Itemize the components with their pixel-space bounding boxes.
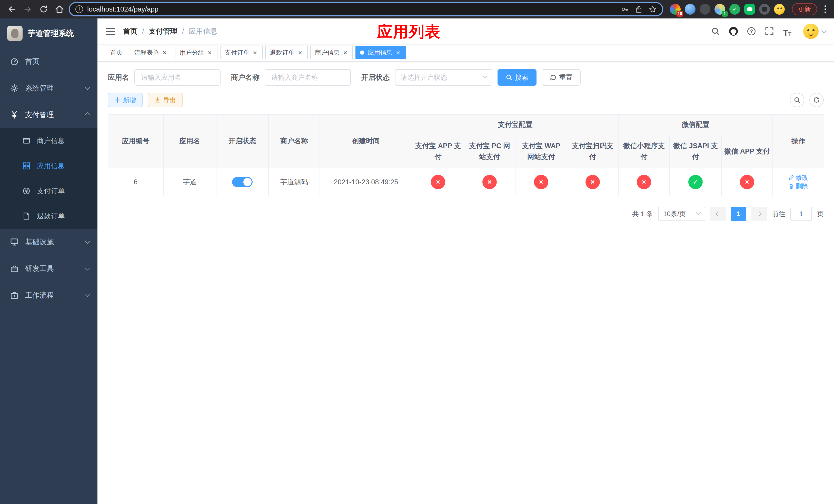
pay-config-cell: × xyxy=(412,168,464,196)
extension-icon[interactable]: 10 xyxy=(670,4,681,15)
prev-page-button[interactable] xyxy=(710,207,726,221)
tab-merchant-info[interactable]: 商户信息 xyxy=(310,46,353,59)
export-button[interactable]: 导出 xyxy=(148,93,182,107)
close-icon[interactable] xyxy=(161,49,168,55)
col-wechat-jsapi: 微信 JSAPI 支付 xyxy=(670,135,721,168)
close-icon[interactable] xyxy=(207,49,213,55)
help-icon[interactable] xyxy=(746,26,756,37)
sidebar-item-devtools[interactable]: 研发工具 xyxy=(0,255,97,282)
reload-icon[interactable] xyxy=(37,3,50,16)
chevron-left-icon xyxy=(716,211,721,216)
tab-user-group[interactable]: 用户分组 xyxy=(175,46,218,59)
app-name-input[interactable] xyxy=(134,69,221,86)
cell-status xyxy=(216,168,268,196)
sidebar-item-label: 支付订单 xyxy=(37,186,65,196)
pay-config-cell: × xyxy=(567,168,618,196)
edit-button[interactable]: 修改 xyxy=(788,173,808,182)
pay-config-status-icon: ✓ xyxy=(688,175,703,189)
font-size-icon[interactable] xyxy=(782,26,792,37)
extensions-area: 10 1 xyxy=(670,4,785,15)
tab-process-form[interactable]: 流程表单 xyxy=(130,46,172,59)
sidebar-item-app-info[interactable]: 应用信息 xyxy=(0,153,97,178)
close-icon[interactable] xyxy=(252,49,258,55)
fullscreen-icon[interactable] xyxy=(764,26,774,37)
cell-app-name: 芋道 xyxy=(163,168,216,196)
extension-icon[interactable] xyxy=(759,4,770,15)
sidebar-item-merchant-info[interactable]: 商户信息 xyxy=(0,128,97,153)
tab-label: 支付订单 xyxy=(225,48,249,56)
extension-icon[interactable]: 1 xyxy=(715,4,725,15)
page-size-select[interactable]: 10条/页 xyxy=(658,207,705,221)
pay-config-status-icon: × xyxy=(431,175,445,189)
tab-app-info[interactable]: 应用信息 xyxy=(355,46,406,59)
share-icon[interactable] xyxy=(635,5,643,13)
export-button-label: 导出 xyxy=(163,96,176,104)
main-area: 首页 支付管理 应用信息 应用列表 首页 流 xyxy=(97,19,834,504)
tab-home[interactable]: 首页 xyxy=(106,46,127,59)
back-icon[interactable] xyxy=(5,3,19,16)
goto-page-input[interactable] xyxy=(790,207,812,221)
sidebar-toggle-icon[interactable] xyxy=(106,28,115,35)
close-icon[interactable] xyxy=(342,49,348,55)
extension-icon[interactable] xyxy=(744,4,755,15)
address-bar[interactable]: localhost:1024/pay/app xyxy=(69,2,663,17)
document-icon xyxy=(23,212,30,220)
next-page-button[interactable] xyxy=(751,207,767,221)
page-title: 应用列表 xyxy=(377,22,441,42)
refresh-icon xyxy=(813,97,820,103)
tab-refund-order[interactable]: 退款订单 xyxy=(265,46,308,59)
tab-label: 流程表单 xyxy=(134,48,159,56)
refresh-table-button[interactable] xyxy=(809,93,824,107)
delete-button[interactable]: 删除 xyxy=(788,182,808,190)
toolbar-right xyxy=(790,93,824,107)
toggle-search-button[interactable] xyxy=(790,93,804,107)
merchant-name-input[interactable] xyxy=(265,69,351,86)
sidebar-item-pay-order[interactable]: 支付订单 xyxy=(0,178,97,204)
extension-icon[interactable] xyxy=(729,4,740,15)
status-toggle[interactable] xyxy=(232,177,253,187)
avatar-image xyxy=(803,24,819,39)
bookmark-star-icon[interactable] xyxy=(649,5,657,13)
sidebar-item-label: 工作流程 xyxy=(25,291,54,300)
sidebar-item-home[interactable]: 首页 xyxy=(0,48,97,75)
sidebar-item-workflow[interactable]: 工作流程 xyxy=(0,282,97,308)
search-icon[interactable] xyxy=(710,26,721,37)
col-alipay-app: 支付宝 APP 支付 xyxy=(412,135,464,168)
breadcrumb-separator xyxy=(182,27,184,36)
forward-icon[interactable] xyxy=(21,3,35,16)
breadcrumb-home[interactable]: 首页 xyxy=(123,26,137,36)
browser-menu-icon[interactable] xyxy=(822,4,829,15)
col-group-wechat: 微信配置 xyxy=(618,115,773,135)
home-icon[interactable] xyxy=(53,3,66,16)
status-select[interactable]: 请选择开启状态 xyxy=(395,69,492,86)
extension-icon[interactable] xyxy=(774,4,785,15)
sidebar-item-payment[interactable]: 支付管理 xyxy=(0,101,97,128)
sidebar-item-system[interactable]: 系统管理 xyxy=(0,75,97,101)
extension-icon[interactable] xyxy=(700,4,710,15)
page-1-button[interactable]: 1 xyxy=(731,207,746,221)
extension-icon[interactable] xyxy=(685,4,696,15)
avatar[interactable] xyxy=(803,24,826,39)
sidebar-item-infrastructure[interactable]: 基础设施 xyxy=(0,229,97,255)
pay-config-status-icon: × xyxy=(586,175,600,189)
col-wechat-app: 微信 APP 支付 xyxy=(721,135,773,168)
briefcase-icon xyxy=(10,291,19,299)
cell-actions: 修改 删除 xyxy=(773,168,824,196)
tab-pay-order[interactable]: 支付订单 xyxy=(220,46,263,59)
pay-config-status-icon: × xyxy=(482,175,497,189)
close-icon[interactable] xyxy=(297,49,303,55)
close-icon[interactable] xyxy=(395,49,401,55)
site-info-icon[interactable] xyxy=(75,5,83,13)
status-label: 开启状态 xyxy=(361,72,390,82)
add-button[interactable]: 新增 xyxy=(108,93,142,107)
search-button[interactable]: 搜索 xyxy=(498,69,536,86)
app-logo[interactable]: 芋道管理系统 xyxy=(0,19,97,48)
browser-update-button[interactable]: 更新 xyxy=(792,3,817,15)
password-key-icon[interactable] xyxy=(621,5,629,13)
breadcrumb-payment[interactable]: 支付管理 xyxy=(149,26,177,36)
github-icon[interactable] xyxy=(728,26,739,37)
reset-button[interactable]: 重置 xyxy=(542,69,580,86)
sidebar-item-refund-order[interactable]: 退款订单 xyxy=(0,204,97,229)
merchant-name-label: 商户名称 xyxy=(231,72,260,82)
dashboard-icon xyxy=(10,58,19,66)
